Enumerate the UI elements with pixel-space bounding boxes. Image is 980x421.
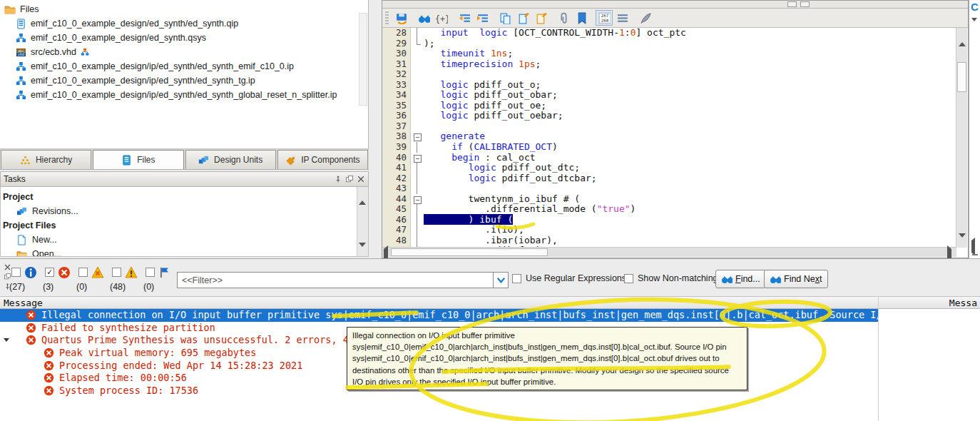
editor-vertical-scrollbar[interactable] <box>956 28 967 248</box>
expand-arrow-icon[interactable] <box>4 338 9 342</box>
tasks-title: Tasks <box>4 174 26 184</box>
files-root-label: Files <box>20 4 39 14</box>
filter-checkbox-warning[interactable] <box>112 268 121 277</box>
code-area[interactable]: input logic [OCT_CONTROL_WIDTH-1:0] oct_… <box>422 28 956 248</box>
code-line[interactable]: logic pdiff_out_dtcbar; <box>422 173 956 184</box>
window-button[interactable] <box>800 1 810 7</box>
code-line[interactable]: timeunit 1ns; <box>422 49 956 59</box>
tab-design-units[interactable]: Design Units <box>185 150 276 169</box>
tab-ip-components[interactable]: IP Components <box>277 150 368 169</box>
pin-icon[interactable] <box>333 175 342 183</box>
align-lines-icon[interactable] <box>613 10 631 26</box>
close-icon[interactable] <box>356 175 365 183</box>
code-fold-margin[interactable] <box>412 28 422 248</box>
tasks-scrollbar[interactable] <box>357 187 368 256</box>
message-row-selected[interactable]: Illegal connection on I/O input buffer p… <box>0 309 878 322</box>
paste-special-icon[interactable] <box>532 10 549 26</box>
show-nonmatching-checkbox[interactable] <box>624 274 633 283</box>
code-line[interactable]: twentynm_io_ibuf # ( <box>422 194 956 205</box>
message-column-header[interactable]: Message Messa <box>0 296 980 309</box>
line-numbers-icon[interactable]: 267268 <box>596 10 613 26</box>
code-line[interactable]: input logic [OCT_CONTROL_WIDTH-1:0] oct_… <box>422 28 956 39</box>
scroll-up-icon[interactable] <box>959 30 966 38</box>
filter-dropdown-button[interactable] <box>493 272 509 288</box>
task-item-open[interactable]: Open... <box>16 247 61 257</box>
window-button[interactable] <box>787 1 797 7</box>
scrollbar-thumb[interactable] <box>391 248 548 256</box>
code-line[interactable]: timeprecision 1ps; <box>422 59 956 70</box>
scroll-down-icon[interactable] <box>359 247 367 255</box>
paste-icon[interactable] <box>514 10 531 26</box>
filter-checkbox-info[interactable] <box>11 268 21 277</box>
file-tree-item[interactable]: emif_c10_0_example_design/ed_synth.qsys <box>16 31 206 45</box>
copy-icon[interactable] <box>496 10 514 26</box>
scroll-down-icon[interactable] <box>959 238 966 245</box>
save-icon[interactable] <box>392 10 409 26</box>
tab-files[interactable]: Files <box>93 150 183 169</box>
scrollbar-thumb[interactable] <box>957 62 966 92</box>
use-regex-checkbox[interactable] <box>512 274 521 283</box>
filter-checkbox-error[interactable]: ✓ <box>45 268 54 277</box>
code-line[interactable]: if (CALIBRATED_OCT) <box>422 142 956 153</box>
error-icon <box>26 310 36 320</box>
tab-label: Hierarchy <box>36 155 72 165</box>
use-regex-label: Use Regular Expressions <box>526 273 626 283</box>
fold-collapse-box[interactable] <box>412 131 422 142</box>
files-scrollbar[interactable] <box>359 13 367 106</box>
line-number: 47 <box>382 225 410 235</box>
find-button[interactable]: Find... <box>715 270 766 288</box>
code-line[interactable]: logic pdiff_out_o; <box>422 80 956 91</box>
tab-hierarchy[interactable]: Hierarchy <box>1 150 91 169</box>
code-line[interactable]: ); <box>422 39 956 49</box>
binoculars-icon <box>770 273 781 285</box>
code-line[interactable]: logic pdiff_out_oe; <box>422 101 956 111</box>
task-item-new[interactable]: New... <box>16 233 57 247</box>
code-line[interactable] <box>422 183 956 194</box>
indent-left-icon[interactable] <box>456 10 473 26</box>
find-next-button[interactable]: Find Next <box>764 270 828 288</box>
filter-count: (3) <box>43 282 53 292</box>
file-tree-item[interactable]: emif_c10_0_example_design/ed_synth/ed_sy… <box>16 16 238 31</box>
code-line[interactable]: generate <box>422 131 956 142</box>
filter-checkbox-flag[interactable] <box>146 268 155 277</box>
replace-icon[interactable]: {+} <box>433 10 450 26</box>
paperclip-icon[interactable] <box>555 10 572 26</box>
fold-guide <box>412 142 422 153</box>
indent-right-icon[interactable] <box>474 10 491 26</box>
code-line[interactable] <box>422 121 956 132</box>
editor-horizontal-scrollbar[interactable] <box>382 247 956 257</box>
toolbar-grip[interactable] <box>385 11 389 24</box>
code-line-selected[interactable]: ) ibuf ( <box>422 215 956 225</box>
ip-catalog-collapsed-strip[interactable]: C <box>969 0 980 258</box>
file-tree-item[interactable]: emif_c10_0_example_design/ip/ed_synth/ed… <box>16 73 255 88</box>
file-tree-item[interactable]: emif_c10_0_example_design/ip/ed_synth/ed… <box>16 88 337 102</box>
code-line[interactable] <box>422 69 956 80</box>
line-number: 30 <box>382 49 410 59</box>
filter-checkbox-critical-warning[interactable] <box>78 268 88 277</box>
scroll-up-icon[interactable] <box>359 188 367 196</box>
column-divider[interactable] <box>878 296 879 421</box>
code-line[interactable]: .ibar(iobar), <box>422 235 956 246</box>
file-tree-item[interactable]: emif_c10_0_example_design/ip/ed_synth/ed… <box>16 59 294 73</box>
chevron-down-icon[interactable] <box>971 21 979 29</box>
find-icon[interactable] <box>415 10 432 26</box>
fold-guide <box>412 80 422 91</box>
code-line[interactable]: logic pdiff_out_dtc; <box>422 163 956 173</box>
task-item-revisions[interactable]: Revisions... <box>16 204 78 218</box>
code-line[interactable]: .i(io), <box>422 225 956 235</box>
code-line[interactable]: logic pdiff_out_obar; <box>422 90 956 101</box>
float-icon[interactable] <box>344 175 354 183</box>
code-line[interactable]: .differential_mode ("true") <box>422 204 956 215</box>
editor-body[interactable]: 2829303132333435363738394041424344454647… <box>382 28 956 248</box>
fold-collapse-box[interactable] <box>412 153 422 163</box>
file-tree-item[interactable]: abcvhdsrc/ecb.vhd <box>16 45 90 59</box>
code-line[interactable]: begin : cal_oct <box>422 153 956 163</box>
fold-collapse-box[interactable] <box>412 194 422 205</box>
bookmark-icon[interactable] <box>573 10 590 26</box>
scroll-left-icon[interactable] <box>971 240 979 248</box>
message-filter-input[interactable]: <<Filter>> <box>177 272 494 288</box>
quill-icon[interactable] <box>636 10 653 26</box>
code-line[interactable]: logic pdiff_out_oebar; <box>422 111 956 121</box>
files-root-node[interactable]: Files <box>4 2 39 16</box>
scroll-right-icon[interactable] <box>947 249 955 257</box>
